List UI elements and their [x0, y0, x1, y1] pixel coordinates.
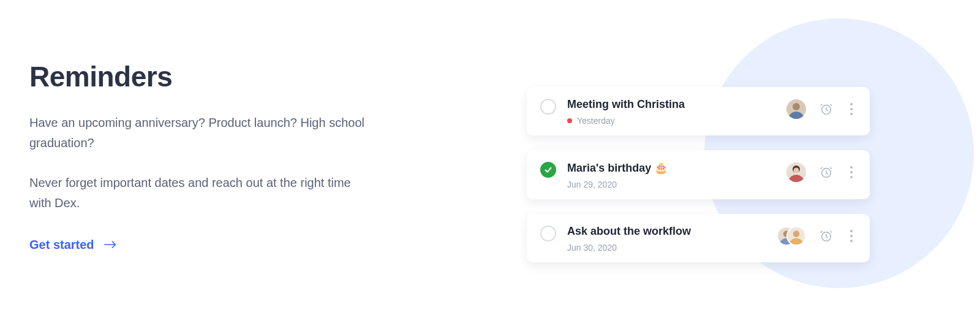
overdue-dot-icon	[567, 118, 572, 123]
reminder-list: Meeting with Christina Yesterday	[527, 87, 870, 277]
svg-point-14	[793, 230, 800, 237]
complete-toggle[interactable]	[540, 226, 556, 242]
reminder-title: Meeting with Christina	[567, 98, 779, 111]
reminder-title: Maria's birthday 🎂	[567, 161, 779, 175]
reminder-title: Ask about the workflow	[567, 225, 769, 238]
section-heading: Reminders	[29, 60, 372, 93]
reminder-date: Jun 30, 2020	[567, 243, 617, 253]
reminder-date: Yesterday	[577, 116, 615, 126]
reminder-date: Jun 29, 2020	[567, 180, 617, 189]
more-icon[interactable]	[846, 165, 856, 180]
avatar-stack[interactable]	[777, 226, 806, 246]
avatar[interactable]	[786, 99, 806, 119]
section-paragraph-2: Never forget important dates and reach o…	[29, 173, 372, 213]
get-started-label: Get started	[29, 238, 94, 252]
svg-point-7	[794, 168, 799, 173]
avatar[interactable]	[786, 162, 806, 182]
svg-point-2	[793, 103, 800, 110]
complete-toggle[interactable]	[540, 99, 556, 115]
snooze-icon[interactable]	[820, 229, 833, 243]
arrow-right-icon	[104, 238, 116, 252]
get-started-link[interactable]: Get started	[29, 238, 116, 252]
complete-toggle[interactable]	[540, 162, 556, 178]
section-paragraph-1: Have an upcoming anniversary? Product la…	[29, 113, 372, 153]
reminder-subtext: Yesterday	[567, 116, 779, 126]
snooze-icon[interactable]	[820, 166, 833, 179]
reminder-subtext: Jun 30, 2020	[567, 243, 769, 253]
reminder-subtext: Jun 29, 2020	[567, 180, 779, 189]
more-icon[interactable]	[846, 102, 856, 116]
reminder-card: Maria's birthday 🎂 Jun 29, 2020	[527, 150, 870, 199]
more-icon[interactable]	[846, 229, 856, 243]
reminder-card: Meeting with Christina Yesterday	[527, 87, 870, 135]
reminder-card: Ask about the workflow Jun 30, 2020	[527, 214, 870, 262]
snooze-icon[interactable]	[820, 102, 833, 116]
